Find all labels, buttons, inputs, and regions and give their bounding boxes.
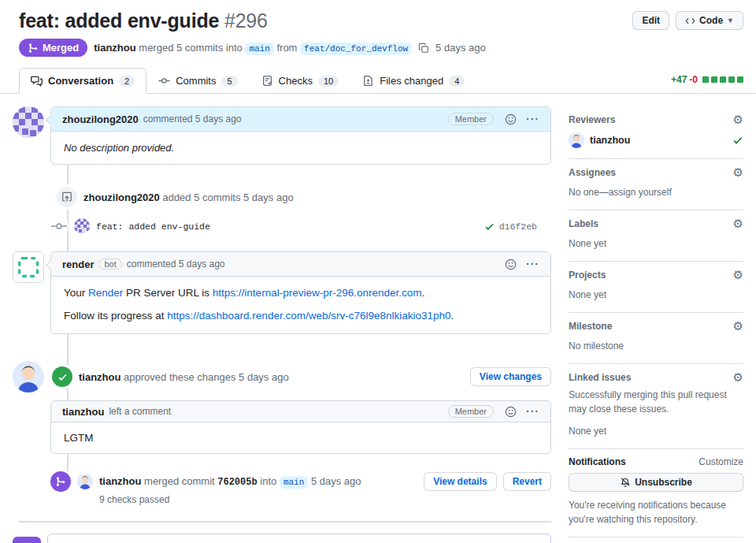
tab-checks[interactable]: Checks 10 xyxy=(250,68,351,94)
reviewer-name: tianzhou xyxy=(590,135,630,146)
gear-icon[interactable]: ⚙ xyxy=(733,218,743,229)
tab-count: 10 xyxy=(318,76,339,87)
comment-author[interactable]: tianzhou xyxy=(62,406,104,418)
pr-number: #296 xyxy=(224,9,268,32)
sidebar-section-milestone: Milestone ⚙ No milestone xyxy=(569,313,743,364)
linked-issues-empty: None yet xyxy=(569,424,743,438)
pr-description-comment: zhouzilong2020 commented 5 days ago Memb… xyxy=(13,106,551,165)
bot-comment: render bot commented 5 days ago ··· Your… xyxy=(13,251,551,334)
approval-event: tianzhou approved these changes 5 days a… xyxy=(13,361,551,392)
smiley-icon[interactable] xyxy=(505,113,517,125)
reviewer-row[interactable]: tianzhou xyxy=(569,132,743,148)
revert-button[interactable]: Revert xyxy=(503,472,551,491)
projects-empty: None yet xyxy=(569,288,743,302)
smiley-icon[interactable] xyxy=(505,406,517,418)
preview-url-link[interactable]: https://internal-preview-pr-296.onrender… xyxy=(213,287,422,299)
pr-title-text: feat: added env-guide xyxy=(19,9,219,32)
base-branch-label[interactable]: main xyxy=(245,43,273,55)
view-details-button[interactable]: View details xyxy=(424,472,496,491)
comment-author[interactable]: zhouzilong2020 xyxy=(62,113,139,125)
discussion-timeline: zhouzilong2020 commented 5 days ago Memb… xyxy=(13,106,551,543)
code-button[interactable]: Code ▼ xyxy=(676,11,743,30)
sidebar: Reviewers ⚙ tianzhou Assignees ⚙ No one—… xyxy=(569,106,743,543)
tab-conversation[interactable]: Conversation 2 xyxy=(19,68,146,94)
checks-passed-note[interactable]: 9 checks passed xyxy=(99,494,551,505)
dashboard-url-link[interactable]: https://dashboard.render.com/web/srv-c76… xyxy=(167,310,450,322)
additions-count: +47 xyxy=(671,74,687,85)
gear-icon[interactable]: ⚙ xyxy=(733,320,743,332)
comment-body: No description provided. xyxy=(51,132,550,164)
member-badge: Member xyxy=(448,405,494,418)
git-merge-icon xyxy=(13,537,41,543)
sidebar-section-linked-issues: Linked issues ⚙ Successfully merging thi… xyxy=(569,364,743,449)
timeline-divider xyxy=(19,521,551,523)
page-title: feat: added env-guide #296 xyxy=(19,9,268,32)
base-branch-label[interactable]: main xyxy=(280,476,308,489)
pr-author[interactable]: tianzhou xyxy=(94,42,135,54)
commit-message[interactable]: feat: added env-guide xyxy=(96,221,210,232)
tab-commits[interactable]: Commits 5 xyxy=(146,68,249,94)
edit-button[interactable]: Edit xyxy=(632,11,669,30)
pr-page: feat: added env-guide #296 Edit Code ▼ M… xyxy=(0,0,756,543)
comment-discussion-icon xyxy=(31,75,43,87)
reviewer-avatar xyxy=(569,132,584,148)
gear-icon[interactable]: ⚙ xyxy=(733,371,743,383)
tab-count: 4 xyxy=(449,76,465,87)
render-link[interactable]: Render xyxy=(88,287,123,299)
check-icon[interactable] xyxy=(484,221,495,232)
bot-badge: bot xyxy=(98,258,121,270)
comment-body: LGTM xyxy=(51,422,550,453)
avatar[interactable] xyxy=(13,361,44,392)
commit-author-avatar[interactable] xyxy=(74,218,90,234)
view-changes-button[interactable]: View changes xyxy=(470,367,551,386)
pr-tabnav: Conversation 2 Commits 5 Checks 10 Files… xyxy=(0,68,756,94)
unsubscribe-button[interactable]: Unsubscribe xyxy=(569,473,743,492)
chevron-down-icon: ▼ xyxy=(727,17,734,24)
kebab-menu-icon[interactable]: ··· xyxy=(526,113,539,125)
gear-icon[interactable]: ⚙ xyxy=(733,269,743,281)
avatar[interactable] xyxy=(13,106,44,138)
repo-push-icon xyxy=(57,187,77,207)
kebab-menu-icon[interactable]: ··· xyxy=(526,405,539,418)
diffstat: +47 -0 xyxy=(671,74,743,93)
head-branch-label[interactable]: feat/doc_for_devflow xyxy=(300,43,412,55)
gear-icon[interactable]: ⚙ xyxy=(733,113,743,125)
sidebar-section-notifications: Notifications Customize Unsubscribe You'… xyxy=(569,449,743,537)
kebab-menu-icon[interactable]: ··· xyxy=(526,258,539,270)
bell-slash-icon xyxy=(620,477,631,488)
comment-author[interactable]: render xyxy=(62,258,94,270)
commit-sha[interactable]: d16f2eb xyxy=(499,221,537,232)
commits-added-event: zhouzilong2020 added 5 commits 5 days ag… xyxy=(57,187,551,207)
merge-commit-sha[interactable]: 762005b xyxy=(217,477,257,488)
smiley-icon[interactable] xyxy=(505,258,517,270)
sidebar-section-assignees: Assignees ⚙ No one—assign yourself xyxy=(569,159,743,210)
sidebar-section-reviewers: Reviewers ⚙ tianzhou xyxy=(569,106,743,159)
customize-link[interactable]: Customize xyxy=(699,456,743,467)
merge-event: tianzhou merged commit 762005b into main… xyxy=(13,471,551,505)
assignees-empty[interactable]: No one—assign yourself xyxy=(569,185,743,199)
copy-icon[interactable] xyxy=(418,43,429,54)
sidebar-section-labels: Labels ⚙ None yet xyxy=(569,210,743,262)
comment-body: Your Render PR Server URL is https://int… xyxy=(51,277,550,333)
render-bot-avatar[interactable] xyxy=(13,251,44,283)
milestone-empty: No milestone xyxy=(569,339,743,353)
gear-icon[interactable]: ⚙ xyxy=(733,166,743,178)
sidebar-section-participants: 2 participants xyxy=(569,537,743,543)
deletions-count: -0 xyxy=(689,74,698,85)
tab-files-changed[interactable]: Files changed 4 xyxy=(350,68,476,94)
approved-check-icon xyxy=(52,366,72,387)
diffstat-block xyxy=(702,76,709,83)
file-diff-icon xyxy=(362,75,374,87)
review-comment: tianzhou left a comment Member ··· LGTM xyxy=(50,400,551,454)
git-merge-icon xyxy=(28,43,39,54)
comment-header: zhouzilong2020 commented 5 days ago Memb… xyxy=(51,107,550,132)
merged-status-badge: Merged xyxy=(19,39,87,57)
event-author[interactable]: tianzhou xyxy=(99,475,141,487)
avatar[interactable] xyxy=(77,474,93,489)
event-author[interactable]: tianzhou xyxy=(79,371,120,383)
merged-icon xyxy=(50,471,71,492)
pr-time: 5 days ago xyxy=(435,42,486,54)
event-author[interactable]: zhouzilong2020 xyxy=(83,192,160,203)
linked-issues-desc: Successfully merging this pull request m… xyxy=(569,388,743,416)
comment-header: tianzhou left a comment Member ··· xyxy=(51,401,550,422)
